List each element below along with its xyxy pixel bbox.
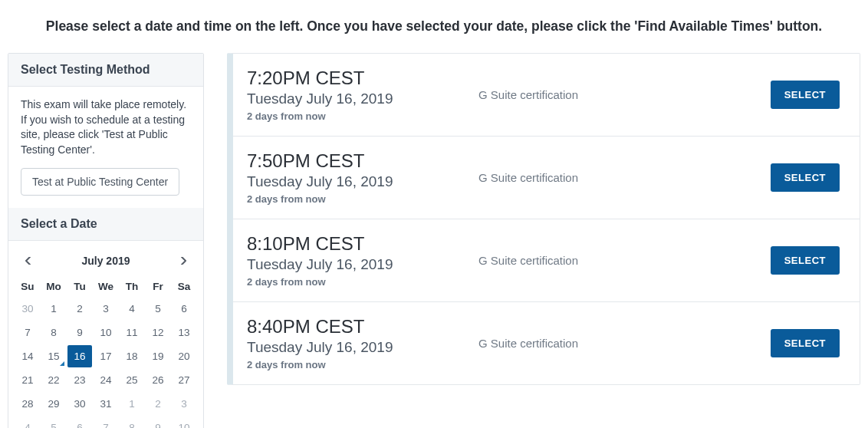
calendar-dow-label: Tu [67,276,93,297]
sidebar: Select Testing Method This exam will tak… [8,53,204,428]
calendar-dow-label: Fr [145,276,171,297]
slot-time: 7:50PM CEST [247,150,469,172]
testing-method-description: This exam will take place remotely. If y… [21,97,191,157]
calendar-day[interactable]: 12 [146,321,170,344]
calendar-day[interactable]: 22 [41,369,66,391]
calendar-day[interactable]: 7 [94,416,118,428]
calendar-day[interactable]: 15 [41,345,66,367]
test-at-public-center-button[interactable]: Test at Public Testing Center [21,168,179,196]
select-slot-button[interactable]: SELECT [771,81,840,109]
slot-exam-name: G Suite certification [478,171,761,184]
calendar-day[interactable]: 9 [67,321,92,344]
slot-when: 8:10PM CESTTuesday July 16, 20192 days f… [247,233,469,288]
calendar-day[interactable]: 2 [67,298,92,320]
select-slot-button[interactable]: SELECT [771,329,840,357]
calendar-day[interactable]: 3 [172,393,196,415]
time-slot-row: 7:50PM CESTTuesday July 16, 20192 days f… [233,137,860,219]
time-slot-row: 8:10PM CESTTuesday July 16, 20192 days f… [233,219,860,302]
slot-date: Tuesday July 16, 2019 [247,339,469,356]
calendar-day[interactable]: 31 [94,393,118,415]
calendar-prev-month-button[interactable] [19,252,38,270]
calendar-dow-label: Th [119,276,145,297]
calendar-day[interactable]: 26 [146,369,170,391]
calendar-day[interactable]: 24 [94,369,118,391]
arrow-left-icon [25,257,32,265]
calendar-day[interactable]: 20 [172,345,196,367]
calendar-day[interactable]: 6 [67,416,92,428]
calendar-dow-label: Sa [171,276,197,297]
slot-time: 8:40PM CEST [247,316,469,337]
calendar-day[interactable]: 8 [120,416,144,428]
calendar-day[interactable]: 8 [41,321,66,344]
calendar-day[interactable]: 21 [15,369,40,391]
slot-exam-name: G Suite certification [478,88,761,101]
slot-relative-time: 2 days from now [247,110,469,122]
select-slot-button[interactable]: SELECT [771,163,840,192]
calendar-day[interactable]: 4 [15,416,40,428]
slot-date: Tuesday July 16, 2019 [247,256,469,273]
calendar-day[interactable]: 19 [146,345,170,367]
calendar-dow-label: Su [15,276,41,297]
slot-time: 7:20PM CEST [247,67,469,89]
calendar-day[interactable]: 25 [120,369,144,391]
calendar-day[interactable]: 28 [15,393,40,415]
calendar-day[interactable]: 29 [41,393,66,415]
page-instruction: Please select a date and time on the lef… [8,18,860,35]
slot-when: 7:20PM CESTTuesday July 16, 20192 days f… [247,67,469,122]
slot-exam-name: G Suite certification [478,254,761,267]
calendar-day[interactable]: 10 [172,416,196,428]
calendar-day[interactable]: 5 [41,416,66,428]
calendar-dow-label: Mo [41,276,67,297]
slot-relative-time: 2 days from now [247,276,469,288]
calendar-dow-label: We [93,276,119,297]
slot-date: Tuesday July 16, 2019 [247,173,469,190]
calendar-day[interactable]: 11 [120,321,144,344]
calendar: July 2019 SuMoTuWeThFrSa 301234567891011… [8,241,203,428]
time-slot-row: 8:40PM CESTTuesday July 16, 20192 days f… [233,302,860,384]
calendar-day[interactable]: 2 [146,393,170,415]
time-slot-row: 7:20PM CESTTuesday July 16, 20192 days f… [233,54,860,137]
slot-time: 8:10PM CEST [247,233,469,255]
calendar-day[interactable]: 7 [15,321,40,344]
calendar-day[interactable]: 10 [94,321,118,344]
calendar-day[interactable]: 16 [67,345,92,367]
calendar-day[interactable]: 30 [15,298,40,320]
calendar-day[interactable]: 27 [172,369,196,391]
slot-relative-time: 2 days from now [247,193,469,205]
calendar-day[interactable]: 14 [15,345,40,367]
calendar-day[interactable]: 9 [146,416,170,428]
calendar-day[interactable]: 3 [94,298,118,320]
select-date-header: Select a Date [8,208,203,241]
calendar-day[interactable]: 17 [94,345,118,367]
arrow-right-icon [179,257,187,265]
testing-method-header: Select Testing Method [8,54,203,87]
calendar-day[interactable]: 18 [120,345,144,367]
calendar-day[interactable]: 5 [146,298,170,320]
calendar-day[interactable]: 6 [172,298,196,320]
calendar-month-label: July 2019 [81,255,130,267]
time-slots-panel: 7:20PM CESTTuesday July 16, 20192 days f… [227,53,860,385]
calendar-day[interactable]: 13 [172,321,196,344]
calendar-next-month-button[interactable] [174,252,192,270]
calendar-day[interactable]: 1 [120,393,144,415]
calendar-day[interactable]: 30 [67,393,92,415]
slot-when: 7:50PM CESTTuesday July 16, 20192 days f… [247,150,469,205]
calendar-day[interactable]: 4 [120,298,144,320]
slot-exam-name: G Suite certification [478,337,761,350]
select-slot-button[interactable]: SELECT [771,246,840,275]
calendar-day[interactable]: 23 [67,369,92,391]
slot-relative-time: 2 days from now [247,359,469,370]
calendar-day[interactable]: 1 [41,298,66,320]
slot-date: Tuesday July 16, 2019 [247,91,469,107]
slot-when: 8:40PM CESTTuesday July 16, 20192 days f… [247,316,469,370]
